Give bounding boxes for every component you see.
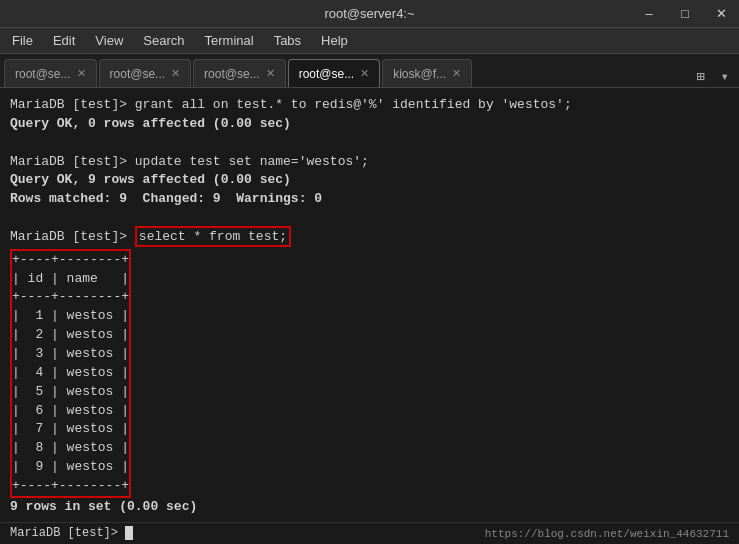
tab-2-close[interactable]: ✕ — [171, 67, 180, 80]
terminal-line-4: MariaDB [test]> update test set name='we… — [10, 153, 729, 172]
tab-4[interactable]: root@se... ✕ — [288, 59, 381, 87]
title-bar: root@server4:~ – □ ✕ — [0, 0, 739, 28]
terminal-line-6: Rows matched: 9 Changed: 9 Warnings: 0 — [10, 190, 729, 209]
prompt-area: MariaDB [test]> — [10, 525, 133, 542]
menu-bar: File Edit View Search Terminal Tabs Help — [0, 28, 739, 54]
tab-1-label: root@se... — [15, 67, 71, 81]
table-row-border-top: +----+--------+ — [12, 251, 129, 270]
close-button[interactable]: ✕ — [703, 0, 739, 27]
query-result-table: +----+--------+ | id | name | +----+----… — [10, 249, 131, 498]
tab-5-label: kiosk@f... — [393, 67, 446, 81]
window-title: root@server4:~ — [324, 6, 414, 21]
menu-terminal[interactable]: Terminal — [197, 31, 262, 50]
menu-edit[interactable]: Edit — [45, 31, 83, 50]
tab-4-close[interactable]: ✕ — [360, 67, 369, 80]
tab-2[interactable]: root@se... ✕ — [99, 59, 192, 87]
tab-2-label: root@se... — [110, 67, 166, 81]
table-row-border-bottom: +----+--------+ — [12, 477, 129, 496]
tabs-bar: root@se... ✕ root@se... ✕ root@se... ✕ r… — [0, 54, 739, 88]
tab-5[interactable]: kiosk@f... ✕ — [382, 59, 472, 87]
terminal-line-5: Query OK, 9 rows affected (0.00 sec) — [10, 171, 729, 190]
tab-3-close[interactable]: ✕ — [266, 67, 275, 80]
terminal-command-line: MariaDB [test]> select * from test; — [10, 228, 729, 247]
cursor — [125, 526, 133, 540]
window-controls: – □ ✕ — [631, 0, 739, 27]
status-bar: MariaDB [test]> https://blog.csdn.net/we… — [0, 522, 739, 544]
table-row-8: | 8 | westos | — [12, 439, 129, 458]
tabs-dropdown-button[interactable]: ▾ — [715, 66, 735, 87]
tab-4-label: root@se... — [299, 67, 355, 81]
table-row-2: | 2 | westos | — [12, 326, 129, 345]
terminal-area[interactable]: MariaDB [test]> grant all on test.* to r… — [0, 88, 739, 522]
table-row-1: | 1 | westos | — [12, 307, 129, 326]
tabs-actions: ⊞ ▾ — [690, 66, 735, 87]
menu-view[interactable]: View — [87, 31, 131, 50]
table-row-border-mid: +----+--------+ — [12, 288, 129, 307]
rows-info: 9 rows in set (0.00 sec) — [10, 498, 729, 517]
minimize-button[interactable]: – — [631, 0, 667, 27]
command-highlight: select * from test; — [135, 226, 291, 247]
table-row-7: | 7 | westos | — [12, 420, 129, 439]
terminal-line-1: MariaDB [test]> grant all on test.* to r… — [10, 96, 729, 115]
terminal-line-2: Query OK, 0 rows affected (0.00 sec) — [10, 115, 729, 134]
table-row-header: | id | name | — [12, 270, 129, 289]
terminal-line-3 — [10, 134, 729, 153]
menu-search[interactable]: Search — [135, 31, 192, 50]
menu-tabs[interactable]: Tabs — [266, 31, 309, 50]
menu-file[interactable]: File — [4, 31, 41, 50]
new-tab-button[interactable]: ⊞ — [690, 66, 710, 87]
tab-1[interactable]: root@se... ✕ — [4, 59, 97, 87]
tab-5-close[interactable]: ✕ — [452, 67, 461, 80]
url-display: https://blog.csdn.net/weixin_44632711 — [485, 528, 729, 540]
maximize-button[interactable]: □ — [667, 0, 703, 27]
final-prompt: MariaDB [test]> — [10, 525, 125, 542]
tab-3-label: root@se... — [204, 67, 260, 81]
table-row-3: | 3 | westos | — [12, 345, 129, 364]
tab-3[interactable]: root@se... ✕ — [193, 59, 286, 87]
tab-1-close[interactable]: ✕ — [77, 67, 86, 80]
table-row-9: | 9 | westos | — [12, 458, 129, 477]
table-row-6: | 6 | westos | — [12, 402, 129, 421]
table-row-5: | 5 | westos | — [12, 383, 129, 402]
terminal-line-7 — [10, 209, 729, 228]
menu-help[interactable]: Help — [313, 31, 356, 50]
table-row-4: | 4 | westos | — [12, 364, 129, 383]
